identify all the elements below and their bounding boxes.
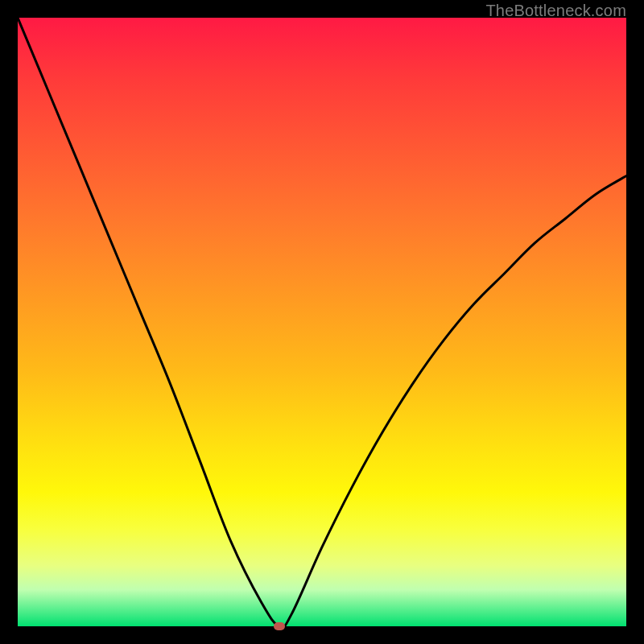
watermark-text: TheBottleneck.com (485, 2, 626, 20)
optimal-marker (274, 622, 285, 630)
chart-frame: TheBottleneck.com (0, 0, 644, 644)
bottleneck-curve (18, 18, 626, 626)
plot-area (18, 18, 626, 626)
